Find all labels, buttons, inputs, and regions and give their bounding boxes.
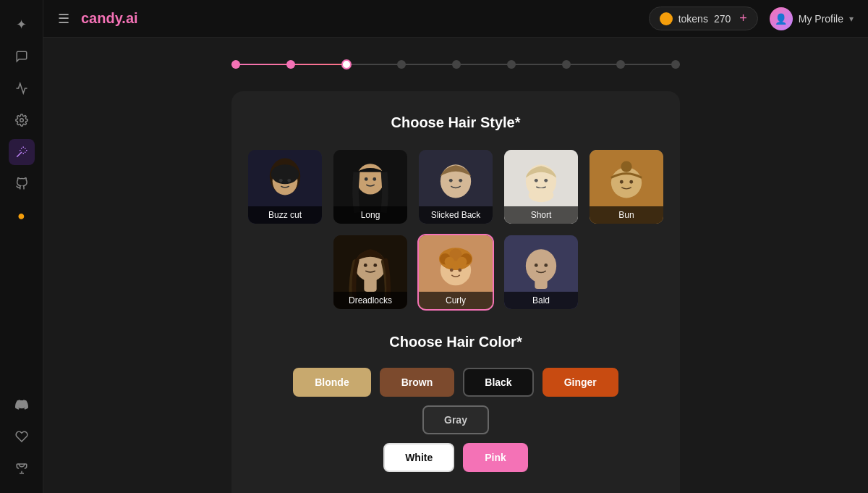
- hair-color-section: Choose Hair Color* Blonde Brown Black Gi…: [260, 334, 651, 481]
- hair-option-bun[interactable]: Bun: [588, 148, 665, 225]
- svg-point-43: [535, 264, 538, 267]
- discord-icon[interactable]: [9, 392, 35, 418]
- dreadlocks-label: Dreadlocks: [333, 292, 407, 309]
- hair-option-bald[interactable]: Bald: [503, 234, 579, 311]
- content-area: Choose Hair Style*: [43, 38, 868, 493]
- svg-point-11: [373, 177, 376, 181]
- hair-color-grid-row2: White Pink: [383, 443, 528, 472]
- progress-bar: [231, 52, 680, 77]
- svg-point-20: [529, 188, 554, 202]
- color-option-white[interactable]: White: [383, 443, 454, 472]
- progress-dots: [231, 59, 680, 69]
- sidebar-bottom: [9, 392, 35, 481]
- hair-row-2: Dreadlocks: [332, 234, 579, 311]
- slicked-back-label: Slicked Back: [419, 206, 493, 224]
- svg-point-7: [287, 179, 291, 182]
- heart-icon[interactable]: [9, 424, 35, 450]
- svg-point-19: [544, 179, 548, 182]
- hair-style-title: Choose Hair Style*: [391, 114, 521, 131]
- sidebar: ✦ ●: [0, 0, 43, 493]
- svg-point-37: [445, 257, 454, 266]
- progress-step-2: [286, 60, 295, 69]
- profile-avatar: 👤: [770, 7, 793, 30]
- svg-point-23: [621, 161, 631, 172]
- color-option-ginger[interactable]: Ginger: [542, 368, 618, 397]
- svg-point-28: [364, 264, 367, 267]
- hair-row-1: Buzz cut: [247, 148, 665, 225]
- hair-option-long[interactable]: Long: [332, 148, 409, 225]
- hair-color-grid: Blonde Brown Black Ginger Gray: [260, 368, 651, 434]
- svg-point-6: [279, 179, 283, 182]
- hair-option-dreadlocks[interactable]: Dreadlocks: [332, 234, 409, 311]
- main-content: ☰ candy.ai tokens 270 + 👤 My Profile ▾: [43, 0, 868, 493]
- color-option-brown[interactable]: Brown: [380, 368, 455, 397]
- menu-button[interactable]: ☰: [58, 11, 69, 27]
- hair-option-buzz-cut[interactable]: Buzz cut: [247, 148, 323, 225]
- svg-point-24: [620, 180, 624, 184]
- svg-point-0: [20, 119, 23, 122]
- svg-point-29: [373, 264, 377, 267]
- tokens-display: tokens 270 +: [649, 7, 758, 30]
- chat-icon[interactable]: [9, 43, 35, 69]
- token-coin-icon: [660, 12, 673, 25]
- color-option-gray[interactable]: Gray: [422, 405, 489, 434]
- svg-point-44: [544, 264, 548, 267]
- hair-option-slicked-back[interactable]: Slicked Back: [417, 148, 494, 225]
- progress-step-1: [231, 60, 240, 69]
- wand-icon[interactable]: [9, 139, 35, 165]
- profile-menu[interactable]: 👤 My Profile ▾: [770, 7, 854, 30]
- buzz-cut-label: Buzz cut: [248, 206, 322, 224]
- bun-label: Bun: [590, 206, 663, 224]
- color-option-black[interactable]: Black: [463, 368, 533, 397]
- progress-step-7: [562, 60, 571, 69]
- svg-point-14: [449, 179, 453, 182]
- header: ☰ candy.ai tokens 270 + 👤 My Profile ▾: [43, 0, 868, 38]
- svg-point-15: [459, 179, 462, 182]
- svg-rect-45: [535, 275, 547, 289]
- progress-step-6: [507, 60, 516, 69]
- tokens-label: tokens: [678, 13, 708, 25]
- hair-option-curly[interactable]: Curly: [417, 234, 494, 311]
- profile-chevron-icon: ▾: [849, 14, 854, 24]
- progress-step-3: [341, 59, 352, 69]
- hair-color-title: Choose Hair Color*: [389, 334, 522, 350]
- svg-point-38: [457, 257, 467, 266]
- main-card: Choose Hair Style*: [231, 91, 680, 493]
- bald-label: Bald: [504, 292, 578, 309]
- progress-step-9: [671, 60, 680, 69]
- color-option-pink[interactable]: Pink: [463, 443, 528, 472]
- svg-point-10: [365, 177, 368, 181]
- progress-step-4: [397, 60, 406, 69]
- add-tokens-button[interactable]: +: [739, 11, 747, 26]
- hair-option-short[interactable]: Short: [503, 148, 579, 225]
- svg-rect-30: [364, 274, 376, 292]
- svg-point-40: [458, 269, 461, 272]
- graph-icon[interactable]: [9, 75, 35, 101]
- svg-point-25: [629, 180, 633, 184]
- compass-icon[interactable]: ✦: [9, 12, 35, 38]
- svg-point-39: [450, 269, 454, 272]
- settings-icon[interactable]: [9, 107, 35, 133]
- long-label: Long: [333, 206, 407, 224]
- progress-step-5: [452, 60, 461, 69]
- profile-name: My Profile: [799, 13, 843, 25]
- curly-label: Curly: [419, 292, 493, 309]
- svg-point-5: [271, 164, 299, 184]
- progress-step-8: [616, 60, 625, 69]
- gold-coin-icon[interactable]: ●: [9, 203, 35, 229]
- hair-style-grid: Buzz cut: [260, 148, 651, 311]
- app-logo: candy.ai: [81, 10, 138, 27]
- tokens-value: 270: [714, 13, 731, 25]
- short-label: Short: [504, 206, 578, 224]
- svg-point-18: [535, 179, 538, 182]
- github-icon[interactable]: [9, 171, 35, 197]
- trophy-icon[interactable]: [9, 455, 35, 481]
- color-option-blonde[interactable]: Blonde: [293, 368, 370, 397]
